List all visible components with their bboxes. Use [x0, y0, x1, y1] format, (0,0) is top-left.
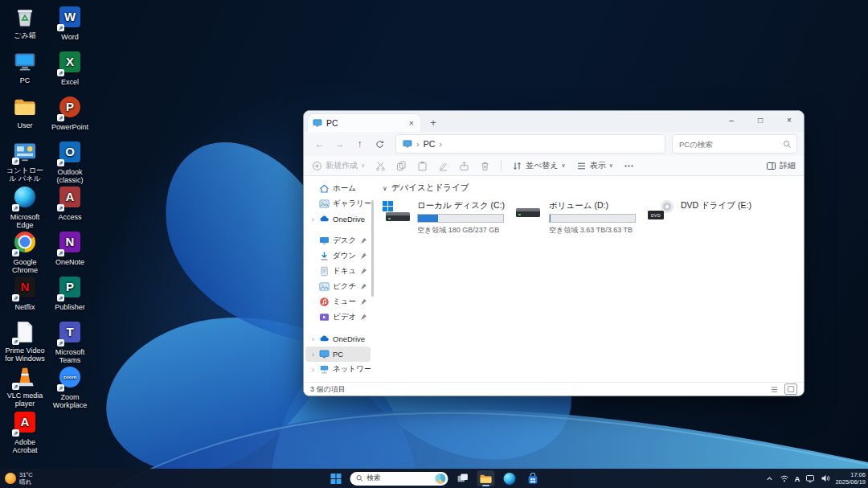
shortcut-arrow-icon: ↗ [57, 159, 64, 166]
access-icon: A ↗ [58, 187, 82, 211]
zoom-icon: zoom ↗ [58, 367, 82, 391]
file-explorer-button[interactable] [477, 470, 495, 486]
desktop-icon-onenote[interactable]: N ↗ OneNote [48, 230, 92, 266]
tab-close-icon[interactable]: × [407, 118, 416, 128]
sidebar-item-home[interactable]: ホーム [305, 181, 371, 196]
tab-title: PC [326, 118, 338, 128]
clock-time: 17:06 [835, 471, 866, 478]
ime-language-indicator[interactable]: A [795, 474, 800, 483]
up-button[interactable]: ↑ [350, 138, 369, 150]
network-icon [319, 364, 330, 375]
taskbar-clock[interactable]: 17:06 2025/06/19 [835, 471, 866, 486]
desktop-icon-adobe-acrobat[interactable]: A ↗ Adobe Acrobat [3, 410, 47, 455]
paste-icon[interactable] [417, 161, 428, 171]
desktop-icon-word[interactable]: W ↗ Word [48, 5, 92, 41]
pin-icon [360, 237, 371, 244]
large-thumbnails-view-icon[interactable] [784, 383, 797, 395]
drive-d-tile[interactable]: ボリューム (D:) 空き領域 3.63 TB/3.63 TB [514, 200, 635, 236]
forward-button[interactable]: → [330, 138, 349, 150]
desktop-icon-outlook[interactable]: O ↗ Outlook (classic) [48, 140, 92, 185]
command-bar: 新規作成∨ 並べ替え∨ 表示∨ [304, 156, 804, 176]
desktop-icon-excel[interactable]: X ↗ Excel [48, 50, 92, 86]
back-button[interactable]: ← [310, 138, 329, 150]
sidebar-item-documents[interactable]: ドキュメント [305, 264, 371, 279]
sidebar-item-downloads[interactable]: ダウンロード [305, 248, 371, 264]
new-button[interactable]: 新規作成∨ [312, 160, 365, 171]
details-view-icon[interactable] [768, 384, 780, 394]
publisher-icon: P ↗ [58, 277, 82, 301]
microsoft-store-button[interactable] [524, 470, 542, 486]
sort-button[interactable]: 並べ替え∨ [512, 160, 566, 171]
drive-c-tile[interactable]: ローカル ディスク (C:) 空き領域 180 GB/237 GB [383, 200, 503, 236]
delete-icon[interactable] [480, 161, 490, 171]
desktop-icon-microsoft-edge[interactable]: ↗ Microsoft Edge [3, 185, 47, 230]
cut-icon[interactable] [375, 161, 386, 171]
pictures-icon [319, 281, 330, 292]
desktop-icon-recycle-bin[interactable]: ごみ箱 [3, 5, 47, 39]
clock-date: 2025/06/19 [835, 478, 866, 486]
sidebar-item-music[interactable]: ミュージック [305, 294, 371, 310]
desktop-icon-label: Outlook (classic) [48, 168, 92, 185]
network-wifi-icon[interactable] [780, 474, 790, 484]
desktop-icon-pc[interactable]: PC [3, 50, 47, 84]
new-tab-button[interactable]: + [425, 115, 441, 131]
desktop-icon-control-panel[interactable]: ↗ コントロール パネル [3, 140, 47, 183]
desktop-icon-prime-video[interactable]: ↗ Prime Video for Windows [3, 320, 47, 363]
display-icon[interactable] [805, 474, 815, 484]
section-devices-and-drives[interactable]: ∨ デバイスとドライブ [383, 182, 796, 194]
breadcrumb-pc[interactable]: PC [424, 139, 436, 149]
minimize-button[interactable]: – [717, 111, 746, 130]
sidebar-item-network[interactable]: › ネットワーク [305, 362, 371, 377]
copy-icon[interactable] [396, 161, 407, 171]
refresh-button[interactable] [371, 140, 389, 149]
sidebar-item-onedrive-top[interactable]: › OneDrive [305, 211, 371, 227]
sidebar-scrollbar[interactable] [371, 200, 374, 297]
sidebar-item-desktop[interactable]: デスクトップ [305, 233, 371, 248]
task-view-button[interactable] [454, 470, 472, 486]
desktop-icon-label: Microsoft Edge [3, 213, 47, 230]
volume-icon[interactable] [820, 474, 830, 484]
search-highlight-image [436, 474, 446, 484]
view-button[interactable]: 表示∨ [576, 160, 613, 171]
file-explorer-window: PC × + – □ × ← → ↑ › PC › [303, 110, 805, 396]
details-pane-button[interactable]: 詳細 [766, 160, 796, 171]
edge-button[interactable] [501, 470, 518, 486]
taskbar-search[interactable]: 検索 [350, 472, 448, 486]
desktop-icon-zoom[interactable]: zoom ↗ Zoom Workplace [48, 365, 92, 410]
taskbar-center: 検索 [327, 469, 542, 488]
desktop-icon-label: Prime Video for Windows [3, 347, 47, 363]
desktop-icon-access[interactable]: A ↗ Access [48, 185, 92, 221]
shortcut-arrow-icon: ↗ [57, 294, 64, 301]
rename-icon[interactable] [438, 161, 448, 171]
explorer-search-box[interactable] [672, 134, 797, 154]
toolbar-divider [501, 160, 502, 171]
sidebar-item-onedrive[interactable]: › OneDrive [305, 331, 371, 347]
weather-condition: 晴れ [19, 478, 33, 486]
explorer-tab-pc[interactable]: PC × [308, 114, 420, 132]
hidden-icons-chevron-icon[interactable] [764, 474, 775, 484]
sidebar-item-gallery[interactable]: ギャラリー [305, 196, 371, 211]
sidebar-item-pictures[interactable]: ピクチャ [305, 279, 371, 294]
desktop-icon-google-chrome[interactable]: ↗ Google Chrome [3, 230, 47, 275]
maximize-button[interactable]: □ [746, 111, 775, 130]
desktop-icon-teams[interactable]: T ↗ Microsoft Teams [48, 320, 92, 365]
explorer-search-input[interactable] [678, 139, 783, 150]
desktop-icon-label: Excel [48, 78, 92, 86]
start-button[interactable] [327, 470, 345, 486]
desktop-icon-vlc[interactable]: ↗ VLC media player [3, 365, 47, 408]
desktop-icon-publisher[interactable]: P ↗ Publisher [48, 275, 92, 311]
weather-widget[interactable]: 31°C 晴れ [5, 469, 33, 488]
breadcrumb[interactable]: › PC › [395, 134, 665, 154]
pc-monitor-icon [403, 139, 412, 149]
desktop-icon-netflix[interactable]: N ↗ Netflix [3, 275, 47, 311]
sidebar-item-pc[interactable]: › PC [305, 347, 371, 362]
edge-icon: ↗ [13, 187, 37, 211]
drive-e-tile[interactable]: DVD DVD ドライブ (E:) [646, 200, 767, 236]
close-button[interactable]: × [775, 111, 804, 130]
share-icon[interactable] [459, 161, 469, 171]
drive-free-space: 空き領域 180 GB/237 GB [417, 225, 505, 236]
more-options-icon[interactable] [624, 161, 634, 171]
desktop-icon-user-folder[interactable]: User [3, 95, 47, 129]
sidebar-item-videos[interactable]: ビデオ [305, 310, 371, 325]
desktop-icon-powerpoint[interactable]: P ↗ PowerPoint [48, 95, 92, 131]
